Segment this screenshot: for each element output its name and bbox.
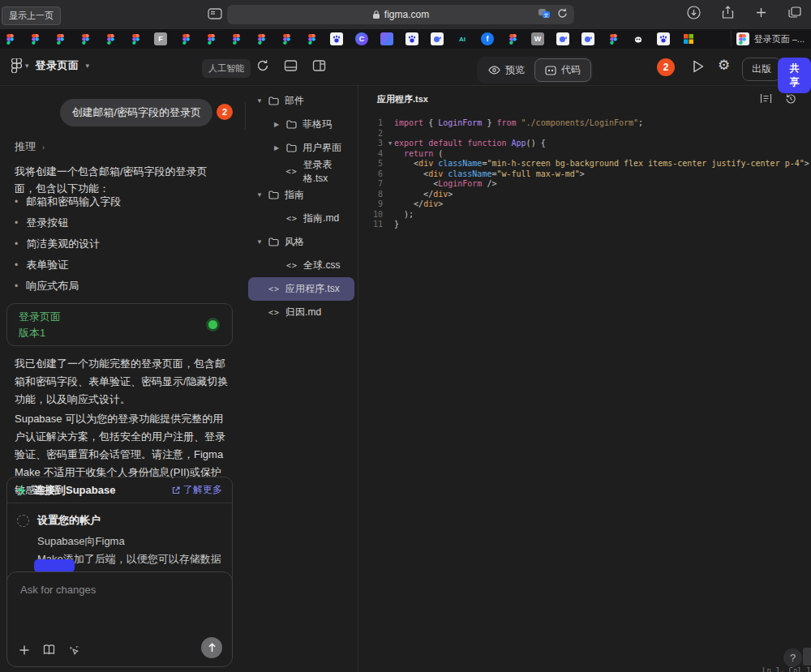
reload-icon[interactable] xyxy=(557,8,568,19)
figma-favicon[interactable] xyxy=(230,32,242,45)
url-bar[interactable]: figma.com 文 xyxy=(227,5,574,24)
tree-item-菲格玛[interactable]: ▶菲格玛 xyxy=(248,113,354,136)
chevron-right-icon[interactable]: ▶ xyxy=(274,121,281,128)
c-blue-favicon[interactable]: C xyxy=(355,32,368,45)
line-number: 2 xyxy=(358,129,386,139)
play-icon[interactable] xyxy=(692,59,705,74)
figma-favicon[interactable] xyxy=(104,32,117,45)
sidebar-toggle-icon[interactable] xyxy=(208,7,224,20)
chevron-down-icon[interactable]: ▼ xyxy=(256,238,263,246)
figma-favicon[interactable] xyxy=(607,32,620,45)
gradient-favicon[interactable] xyxy=(380,32,393,45)
bookmark-icon-row: FCAIfW xyxy=(3,32,695,45)
history-icon[interactable] xyxy=(785,93,796,105)
code-line: 10 ); xyxy=(358,210,811,220)
chevron-down-icon[interactable]: ▾ xyxy=(86,62,90,70)
chevron-down-icon[interactable]: ▼ xyxy=(256,97,263,105)
preview-tab[interactable]: 预览 xyxy=(478,59,534,81)
panel-layout-icon[interactable] xyxy=(312,59,326,72)
new-tab-icon[interactable] xyxy=(755,6,767,19)
bolt-icon xyxy=(17,485,27,496)
help-button[interactable]: ? xyxy=(783,648,802,667)
code-content[interactable]: 1import { LoginForm } from "./components… xyxy=(358,112,811,230)
w-gray-favicon[interactable]: W xyxy=(531,32,544,45)
tree-item-指南.md[interactable]: <>指南.md xyxy=(248,207,354,230)
step-body-line: Supabase向Figma xyxy=(37,533,222,550)
fold-icon[interactable]: ▼ xyxy=(386,139,394,149)
line-number: 6 xyxy=(358,169,386,180)
panel-bottom-icon[interactable] xyxy=(284,59,298,72)
figma-favicon[interactable] xyxy=(255,32,268,45)
baidu-favicon[interactable] xyxy=(330,32,343,45)
tree-item-应用程序.tsx[interactable]: <>应用程序.tsx xyxy=(248,277,354,301)
code-line: 9 </div> xyxy=(358,199,811,210)
chat-input-box[interactable] xyxy=(6,571,233,667)
figma-favicon[interactable] xyxy=(204,32,217,45)
panda-favicon[interactable] xyxy=(632,32,645,45)
edge-tooltip-partial xyxy=(803,648,811,666)
baidu-favicon[interactable] xyxy=(406,32,418,45)
f-gray-favicon[interactable]: F xyxy=(154,32,167,45)
send-button[interactable] xyxy=(201,637,222,658)
code-tab[interactable]: 代码 xyxy=(534,58,591,82)
tab-overview-icon[interactable] xyxy=(788,6,801,19)
figma-favicon[interactable] xyxy=(129,32,142,45)
figma-favicon[interactable] xyxy=(506,32,519,45)
version-card-title: 登录页面 xyxy=(19,309,61,325)
external-link-icon xyxy=(172,486,180,494)
ms-favicon[interactable] xyxy=(682,32,695,45)
version-card[interactable]: 登录页面 版本1 xyxy=(6,303,233,346)
plus-icon[interactable] xyxy=(19,644,30,657)
figma-favicon[interactable] xyxy=(280,32,293,45)
code-line: 6 <div className="w-full max-w-md"> xyxy=(358,169,811,180)
connect-button-partial[interactable] xyxy=(34,559,75,572)
line-number: 4 xyxy=(358,149,386,160)
code-line: 1import { LoginForm } from "./components… xyxy=(358,118,811,129)
notification-badge[interactable]: 2 xyxy=(657,58,675,76)
tree-item-label: 菲格玛 xyxy=(303,118,332,131)
chat-input-field[interactable] xyxy=(7,572,232,629)
baidu-favicon[interactable] xyxy=(657,32,670,45)
tree-item-归因.md[interactable]: <>归因.md xyxy=(248,301,354,324)
figma-favicon[interactable] xyxy=(179,32,192,45)
tree-item-用户界面[interactable]: ▶用户界面 xyxy=(248,136,354,160)
figma-favicon[interactable] xyxy=(79,32,92,45)
download-icon[interactable] xyxy=(687,6,701,19)
tree-item-部件[interactable]: ▼部件 xyxy=(248,89,354,113)
tree-item-全球.css[interactable]: <>全球.css xyxy=(248,254,354,277)
browser-tab[interactable]: 登录页面 –... xyxy=(731,31,809,47)
chevron-right-icon[interactable]: ▶ xyxy=(274,144,281,152)
ai-favicon[interactable]: AI xyxy=(456,32,469,45)
figma-menu-icon[interactable]: ▾ xyxy=(11,58,29,73)
format-code-icon[interactable] xyxy=(760,93,772,105)
refresh-icon[interactable] xyxy=(256,59,269,72)
code-line: 7 <LoginForm /> xyxy=(358,179,811,190)
reasoning-toggle[interactable]: 推理› xyxy=(15,139,45,154)
ai-badge: 人工智能 xyxy=(202,59,251,78)
guidelines-book-icon[interactable] xyxy=(43,644,55,657)
figma-favicon[interactable] xyxy=(3,32,16,45)
chevron-down-icon[interactable]: ▼ xyxy=(256,191,263,199)
file-tree-panel: ▼部件▶菲格玛▶用户界面<>登录表格.tsx▼指南<>指南.md▼风格<>全球.… xyxy=(245,86,358,672)
figma-favicon[interactable] xyxy=(54,32,67,45)
share-icon[interactable] xyxy=(722,6,734,19)
figma-favicon[interactable] xyxy=(28,32,41,45)
whale-favicon[interactable] xyxy=(556,32,569,45)
code-line: 8 </div> xyxy=(358,190,811,200)
whale-favicon[interactable] xyxy=(581,32,594,45)
file-title[interactable]: 登录页面 xyxy=(36,58,79,73)
tree-item-指南[interactable]: ▼指南 xyxy=(248,183,354,207)
bookmarks-bar: FCAIfW xyxy=(0,29,811,49)
code-file-icon: <> xyxy=(268,285,280,293)
publish-button[interactable]: 出版 xyxy=(742,58,781,81)
tree-item-风格[interactable]: ▼风格 xyxy=(248,230,354,254)
learn-more-link[interactable]: 了解更多 xyxy=(172,483,222,497)
line-number: 7 xyxy=(358,179,386,190)
figma-favicon[interactable] xyxy=(305,32,318,45)
whale-favicon[interactable] xyxy=(431,32,444,45)
f-circle-favicon[interactable]: f xyxy=(481,32,494,45)
translate-icon[interactable]: 文 xyxy=(538,8,551,19)
ai-cursor-icon[interactable] xyxy=(68,644,80,657)
gear-icon[interactable]: ⚙ xyxy=(718,57,730,73)
tree-item-登录表格.tsx[interactable]: <>登录表格.tsx xyxy=(248,160,354,183)
